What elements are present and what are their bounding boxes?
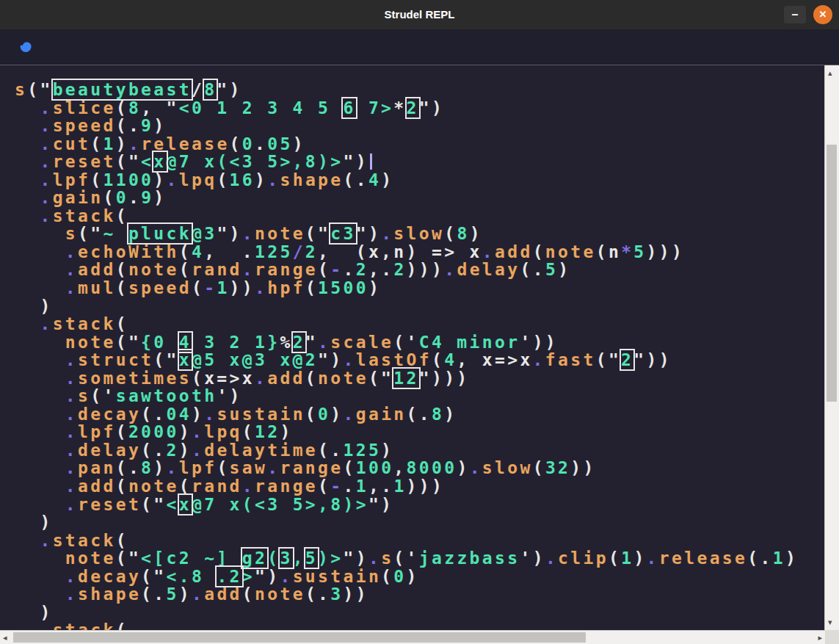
code-viewport[interactable]: s("beautybeast/8") .slice(8, "<0 1 2 3 4… — [0, 65, 825, 630]
code-line: .decay("<.8 .2>").sustain(0) — [15, 568, 798, 586]
code-line: .reset("<x@7 x(<3 5>,8)>") — [15, 153, 798, 171]
code-line: .cut(1).release(0.05) — [15, 135, 798, 153]
code-line: note("{0 4 3 2 1}%2".scale('C4 minor')) — [15, 333, 798, 352]
app-header — [0, 29, 839, 65]
close-icon: ✕ — [819, 9, 827, 20]
horizontal-scroll-thumb[interactable] — [13, 632, 586, 643]
minimize-icon: – — [792, 8, 799, 21]
code-line: .pan(.8).lpf(saw.range(100,8000).slow(32… — [15, 459, 798, 477]
code-line: .s('sawtooth') — [15, 387, 798, 405]
close-button[interactable]: ✕ — [813, 5, 832, 24]
scroll-right-icon[interactable]: ▸ — [818, 634, 822, 642]
code-line: s("~ pluck@3").note("c3").slow(8) — [15, 225, 798, 243]
code-line: .echoWith(4, .125/2, (x,n) => x.add(note… — [15, 243, 798, 261]
code-line: .decay(.04).sustain(0).gain(.8) — [15, 405, 798, 424]
window-title: Strudel REPL — [0, 0, 839, 29]
code-line: .stack( — [15, 207, 798, 225]
code-line: .mul(speed(-1)).hpf(1500) — [15, 279, 798, 297]
code-line: ) — [15, 297, 798, 316]
code-line: s("beautybeast/8") — [15, 81, 798, 99]
code-line: .struct("x@5 x@3 x@2").lastOf(4, x=>x.fa… — [15, 351, 798, 369]
code-line: ) — [15, 604, 798, 622]
spiral-icon-svg — [15, 37, 36, 57]
code-line: .lpf(2000).lpq(12) — [15, 423, 798, 441]
text-caret — [370, 153, 372, 170]
titlebar[interactable]: Strudel REPL – ✕ — [0, 0, 839, 29]
code-line: .stack( — [15, 621, 798, 630]
code-line: .delay(.2).delaytime(.125) — [15, 441, 798, 460]
vertical-scroll-thumb[interactable] — [827, 145, 837, 402]
code-line: ) — [15, 513, 798, 532]
code-line: .add(note(rand.range(-.1,.1))) — [15, 477, 798, 496]
code-line: .speed(.9) — [15, 117, 798, 135]
code-line: .gain(0.9) — [15, 189, 798, 207]
code-line: .add(note(rand.range(-.2,.2))).delay(.5) — [15, 261, 798, 279]
scroll-left-icon[interactable]: ◂ — [3, 634, 7, 642]
minimize-button[interactable]: – — [784, 6, 806, 23]
code-line: .shape(.5).add(note(.3)) — [15, 585, 798, 604]
code-line: note("<[c2 ~] g2(3,5)>").s('jazzbass').c… — [15, 549, 798, 568]
scroll-down-icon[interactable]: ▾ — [828, 618, 832, 626]
scroll-up-icon[interactable]: ▴ — [828, 69, 832, 77]
vertical-scrollbar[interactable]: ▴ ▾ — [824, 65, 839, 630]
code-line: .sometimes(x=>x.add(note("12"))) — [15, 369, 798, 388]
code-line: .stack( — [15, 532, 798, 550]
horizontal-scrollbar[interactable]: ◂ ▸ — [0, 630, 825, 644]
code-line: .slice(8, "<0 1 2 3 4 5 6 7>*2") — [15, 99, 798, 117]
code-lines: s("beautybeast/8") .slice(8, "<0 1 2 3 4… — [15, 81, 798, 630]
scrollbar-corner — [825, 630, 839, 644]
code-line: .lpf(1100).lpq(16).shape(.4) — [15, 171, 798, 189]
code-line: .reset("<x@7 x(<3 5>,8)>") — [15, 496, 798, 514]
code-editor[interactable]: s("beautybeast/8") .slice(8, "<0 1 2 3 4… — [0, 65, 839, 644]
code-line: .stack( — [15, 315, 798, 333]
strudel-spiral-logo-icon[interactable] — [15, 37, 36, 57]
strudel-repl-window: Strudel REPL – ✕ s("beautybeast/8") .sli… — [0, 0, 839, 644]
